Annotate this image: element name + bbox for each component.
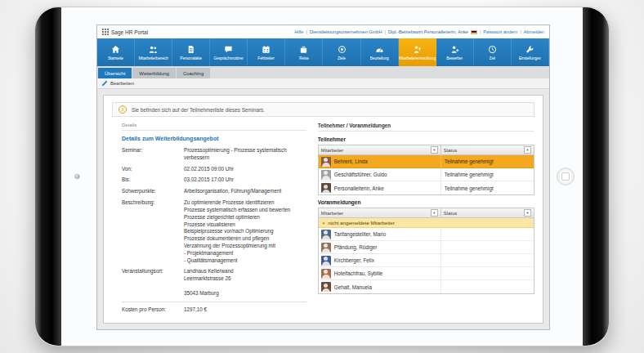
- info-icon: [119, 105, 127, 114]
- participant-name: Personalleiterin, Anke: [334, 185, 384, 191]
- info-message: Sie befinden sich auf der Teilnehmerlist…: [132, 107, 265, 113]
- field-label: Beschreibung:: [122, 199, 184, 264]
- help-link[interactable]: Hilfe: [294, 29, 303, 34]
- field-kosten: Kosten pro Person: 1297,10 €: [122, 302, 306, 314]
- column-header-mitarbeiter: Mitarbeiter: [321, 148, 343, 153]
- nav-item-gespraechsnotizen[interactable]: Gesprächsnotizen: [210, 38, 248, 66]
- nav-item-startseite[interactable]: Startseite: [97, 38, 135, 66]
- table-row[interactable]: Personalleiterin, Anke Teilnahme genehmi…: [319, 181, 534, 194]
- app-grid-icon: [102, 28, 109, 37]
- company-name: Dienstleistungsunternehmen GmbH: [310, 29, 382, 34]
- field-value: 03.02.2015 17:00 Uhr: [184, 176, 234, 184]
- status-badge: Teilnahme genehmigt: [441, 168, 534, 181]
- calendar-icon: [262, 45, 271, 54]
- field-beschreibung: Beschreibung: Zu optimierende Prozesse i…: [122, 199, 306, 264]
- field-value: 02.02.2015 09:00 Uhr: [184, 166, 234, 173]
- field-label: Bis:: [122, 176, 184, 184]
- field-value: Arbeitsorganisation, Führung/Management: [184, 188, 281, 195]
- field-label: Seminar:: [122, 147, 184, 162]
- table-row[interactable]: Tarifangestellter, Mario: [319, 228, 534, 241]
- tab-uebersicht[interactable]: Übersicht: [98, 68, 132, 78]
- separator: [480, 29, 481, 34]
- field-label: Schwerpunkte:: [122, 188, 184, 195]
- table-row[interactable]: Geschäftsführer, Guido Teilnahme genehmi…: [319, 168, 534, 181]
- voranmeldungen-heading: Voranmeldungen: [318, 199, 534, 205]
- file-icon: [186, 45, 195, 54]
- nav-item-label: Reise: [299, 56, 309, 60]
- separator: [385, 29, 386, 34]
- table-row[interactable]: Hotelfachfrau, Sybille: [319, 267, 534, 280]
- separator: [520, 29, 521, 34]
- tablet-home-button[interactable]: [557, 168, 575, 185]
- column-header-mitarbeiter: Mitarbeiter: [321, 211, 343, 216]
- field-label: Von:: [122, 166, 184, 173]
- user-name: Dipl.-Betriebswirt Personalleiterin, Ank…: [388, 29, 468, 34]
- info-banner: Sie befinden sich auf der Teilnehmerlist…: [112, 102, 534, 117]
- nav-item-mitarbeiterbereich[interactable]: Mitarbeiterbereich: [135, 38, 172, 66]
- app-screen: Sage HR Portal Hilfe Dienstleistungsunte…: [96, 25, 550, 330]
- participant-name: Pfändung, Rüdiger: [334, 244, 378, 250]
- nav-item-label: Gesprächsnotizen: [213, 56, 244, 60]
- content-area: Sie befinden sich auf der Teilnehmerlist…: [97, 89, 549, 329]
- nav-item-label: Bewerber: [446, 56, 463, 60]
- avatar: [321, 282, 331, 292]
- collapse-arrow-icon: [322, 220, 325, 226]
- tab-weiterbildung[interactable]: Weiterbildung: [132, 68, 176, 78]
- nav-item-label: Mitarbeiterentwicklung: [399, 56, 436, 60]
- status-cell: [441, 228, 534, 240]
- suitcase-icon: [299, 45, 308, 54]
- backdrop: Sage HR Portal Hilfe Dienstleistungsunte…: [0, 0, 644, 353]
- field-value: Zu optimierende Prozesse identifizieren …: [184, 199, 290, 264]
- nav-item-fehlzeiten[interactable]: Fehlzeiten: [248, 38, 285, 66]
- avatar: [321, 170, 331, 180]
- field-value: 1297,10 €: [184, 306, 207, 314]
- filter-dropdown-icon[interactable]: [524, 146, 531, 154]
- tablet-device: Sage HR Portal Hilfe Dienstleistungsunte…: [34, 7, 610, 346]
- status-cell: [441, 241, 534, 253]
- main-nav: Startseite Mitarbeiterbereich Personalak…: [97, 38, 549, 66]
- nav-item-zeit[interactable]: Zeit: [474, 38, 512, 66]
- table-row[interactable]: Gehalt, Manuela: [319, 280, 534, 293]
- nav-item-beurteilung[interactable]: Beurteilung: [361, 38, 399, 66]
- filter-dropdown-icon[interactable]: [524, 209, 531, 217]
- sub-tabs: Übersicht Weiterbildung Coaching: [97, 66, 549, 78]
- details-heading: Details zum Weiterbildungsangebot: [122, 136, 306, 141]
- content-panel: Sie befinden sich auf der Teilnehmerlist…: [103, 95, 543, 324]
- nav-item-ziele[interactable]: Ziele: [323, 38, 360, 66]
- separator: [306, 29, 306, 34]
- group-row-nicht-angemeldete[interactable]: nicht angemeldete Mitarbeiter: [319, 218, 534, 228]
- nav-item-label: Startseite: [108, 56, 123, 60]
- field-label: Kosten pro Person:: [122, 306, 184, 314]
- avatar: [321, 243, 331, 252]
- change-password-link[interactable]: Passwort ändern: [483, 29, 517, 34]
- nav-item-bewerber[interactable]: Bewerber: [436, 38, 474, 66]
- table-row-selected[interactable]: Behrent, Linda Teilnahme genehmigt: [319, 155, 534, 168]
- nav-item-reise[interactable]: Reise: [285, 38, 323, 66]
- avatar: [321, 157, 331, 167]
- edit-button[interactable]: Bearbeiten: [101, 79, 134, 88]
- table-row[interactable]: Kirchberger, Felix: [319, 254, 534, 267]
- table-row[interactable]: Pfändung, Rüdiger: [319, 241, 534, 254]
- target-icon: [338, 45, 347, 54]
- field-von: Von: 02.02.2015 09:00 Uhr: [122, 166, 306, 173]
- nav-item-label: Einstellungen: [519, 56, 541, 60]
- nav-item-label: Ziele: [338, 56, 346, 60]
- participants-section: Teilnehmer / Voranmeldungen Teilnehmer M…: [318, 123, 534, 316]
- titlebar: Sage HR Portal Hilfe Dienstleistungsunte…: [97, 25, 549, 38]
- filter-dropdown-icon[interactable]: [431, 209, 438, 217]
- field-bis: Bis: 03.02.2015 17:00 Uhr: [122, 176, 306, 184]
- tablet-edge-left: [35, 7, 61, 346]
- voranmeldungen-table: Mitarbeiter Status: [318, 208, 534, 294]
- status-cell: [441, 280, 534, 293]
- logout-link[interactable]: Abmelden: [524, 29, 544, 34]
- table-header: Mitarbeiter Status: [319, 145, 534, 155]
- field-value: Prozessoptimierung - Prozesse systematis…: [184, 147, 306, 162]
- nav-item-mitarbeiterentwicklung[interactable]: Mitarbeiterentwicklung: [399, 38, 436, 66]
- filter-dropdown-icon[interactable]: [431, 146, 438, 154]
- avatar: [321, 256, 331, 266]
- group-row-label: nicht angemeldete Mitarbeiter: [328, 220, 395, 226]
- details-section-title: Details: [122, 123, 306, 131]
- nav-item-personalakte[interactable]: Personalakte: [172, 38, 210, 66]
- nav-item-einstellungen[interactable]: Einstellungen: [512, 38, 549, 66]
- tab-coaching[interactable]: Coaching: [177, 68, 210, 78]
